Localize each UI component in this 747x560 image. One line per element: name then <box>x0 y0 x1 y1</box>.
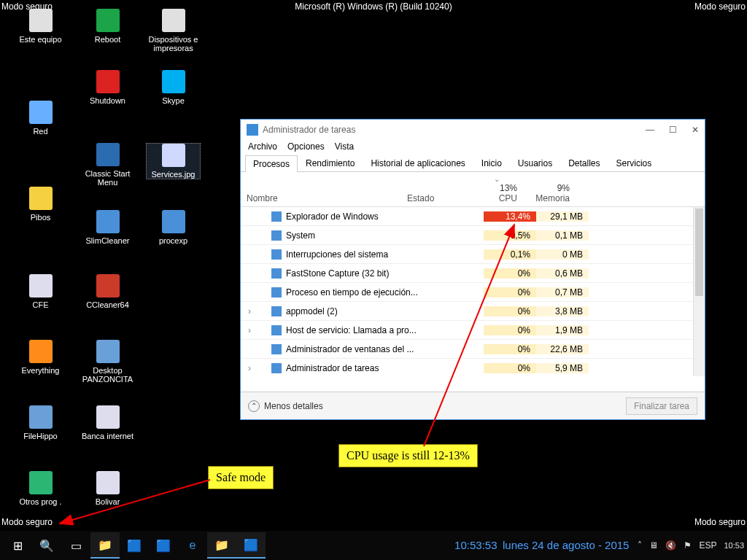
start-button[interactable]: ⊞ <box>3 532 32 559</box>
desktop-icon[interactable]: Desktop PANZONCITA <box>80 340 135 384</box>
app-icon <box>162 9 185 32</box>
process-name: Host de servicio: Llamada a pro... <box>286 325 417 335</box>
process-icon <box>271 249 282 260</box>
process-icon <box>271 211 282 222</box>
mem-cell: 29,1 MB <box>536 211 589 222</box>
icon-label: procexp <box>146 236 201 245</box>
process-row[interactable]: ›Host de servicio: Llamada a pro...0%1,9… <box>241 321 705 340</box>
desktop-icon[interactable]: Skype <box>146 70 201 105</box>
tray-chevron-icon[interactable]: ˄ <box>638 540 642 551</box>
menu-item[interactable]: Archivo <box>248 141 277 152</box>
process-icon <box>271 306 282 316</box>
clock-big: 10:53:53 lunes 24 de agosto - 2015 <box>454 539 629 552</box>
scrollbar[interactable] <box>693 207 705 376</box>
task-manager-window[interactable]: Administrador de tareas — ☐ ✕ ArchivoOpc… <box>240 119 705 420</box>
process-list[interactable]: Explorador de Windows13,4%29,1 MBSystem0… <box>241 207 705 376</box>
expand-icon[interactable]: › <box>245 363 254 373</box>
titlebar[interactable]: Administrador de tareas — ☐ ✕ <box>241 120 705 140</box>
mem-cell: 0,6 MB <box>536 268 589 279</box>
desktop-icon[interactable]: Shutdown <box>80 70 135 105</box>
icon-label: SlimCleaner <box>80 236 135 245</box>
taskbar-edge[interactable]: e <box>178 532 207 559</box>
process-row[interactable]: Explorador de Windows13,4%29,1 MB <box>241 207 705 226</box>
process-name: Administrador de tareas <box>286 363 379 373</box>
desktop-icon[interactable]: Bolivar <box>80 471 135 506</box>
icon-label: Otros prog . <box>13 497 68 506</box>
minimize-button[interactable]: — <box>646 125 654 135</box>
tab[interactable]: Historial de aplicaciones <box>363 155 473 171</box>
app-icon <box>162 210 185 233</box>
app-icon <box>96 143 120 166</box>
mem-cell: 5,9 MB <box>536 363 589 373</box>
taskbar[interactable]: ⊞ 🔍 ▭ 📁 🟦 🟦 e 📁 🟦 10:53:53 lunes 24 de a… <box>0 531 747 560</box>
taskbar-folder-window[interactable]: 📁 <box>207 532 236 559</box>
desktop-icon[interactable]: Este equipo <box>13 9 68 44</box>
expand-icon[interactable]: › <box>245 325 254 335</box>
scroll-thumb[interactable] <box>695 209 703 296</box>
taskbar-app-1[interactable]: 🟦 <box>120 532 149 559</box>
desktop-icon[interactable]: procexp <box>146 210 201 245</box>
tab[interactable]: Inicio <box>473 155 510 171</box>
annotation-cpu: CPU usage is still 12-13% <box>338 444 478 467</box>
desktop-icon[interactable]: FileHippo <box>13 405 68 440</box>
process-row[interactable]: ›Administrador de tareas0%5,9 MB <box>241 359 705 376</box>
desktop-icon[interactable]: Banca internet <box>80 405 135 440</box>
app-icon <box>96 340 120 363</box>
desktop-icon[interactable]: CCleaner64 <box>80 274 135 309</box>
expand-icon[interactable]: › <box>245 306 254 316</box>
process-row[interactable]: Proceso en tiempo de ejecución...0%0,7 M… <box>241 283 705 302</box>
icon-label: Banca internet <box>80 432 135 440</box>
icon-label: Red <box>13 127 68 136</box>
icon-label: Este equipo <box>13 35 68 44</box>
process-row[interactable]: Interrupciones del sistema0,1%0 MB <box>241 245 705 264</box>
menu-item[interactable]: Vista <box>335 141 354 152</box>
tray-lang[interactable]: ESP <box>699 540 716 551</box>
desktop-icon[interactable]: Reboot <box>80 9 135 44</box>
desktop-icon[interactable]: Dispositivos e impresoras <box>146 9 201 52</box>
end-task-button[interactable]: Finalizar tarea <box>626 397 697 415</box>
process-row[interactable]: FastStone Capture (32 bit)0%0,6 MB <box>241 264 705 283</box>
cpu-cell: 0% <box>484 363 536 373</box>
tray-display-icon[interactable]: 🖥 <box>649 540 658 551</box>
footer: ⌃ Menos detalles Finalizar tarea <box>241 392 705 419</box>
cpu-cell: 0% <box>484 344 536 354</box>
taskbar-taskmgr[interactable]: 🟦 <box>236 532 266 559</box>
tab[interactable]: Servicios <box>608 155 660 171</box>
maximize-button[interactable]: ☐ <box>669 125 677 135</box>
process-row[interactable]: System0,5%0,1 MB <box>241 226 705 245</box>
desktop-icon[interactable]: Classic Start Menu <box>80 143 135 187</box>
col-mem[interactable]: 9% Memoria <box>523 170 576 206</box>
tab[interactable]: Rendimiento <box>298 155 363 171</box>
taskbar-app-2[interactable]: 🟦 <box>149 532 178 559</box>
chevron-up-icon: ⌃ <box>248 400 260 412</box>
menu-item[interactable]: Opciones <box>287 141 325 152</box>
col-state[interactable]: Estado <box>401 190 471 206</box>
app-icon <box>29 187 53 210</box>
desktop-icon[interactable]: Otros prog . <box>13 471 68 506</box>
col-name[interactable]: Nombre <box>241 190 401 206</box>
process-row[interactable]: ›appmodel (2)0%3,8 MB <box>241 302 705 321</box>
tray-flag-icon[interactable]: ⚑ <box>684 540 692 551</box>
icon-label: Services.jpg <box>147 170 200 179</box>
task-view-button[interactable]: ▭ <box>61 532 90 559</box>
process-name: Explorador de Windows <box>286 211 379 222</box>
tray-volume-icon[interactable]: 🔇 <box>665 540 676 551</box>
tab[interactable]: Usuarios <box>510 155 560 171</box>
desktop-icon[interactable]: SlimCleaner <box>80 210 135 245</box>
taskmgr-icon <box>247 124 258 136</box>
desktop-icon[interactable]: Red <box>13 101 68 136</box>
process-row[interactable]: Administrador de ventanas del ...0%22,6 … <box>241 340 705 359</box>
tab[interactable]: Detalles <box>560 155 608 171</box>
tray-clock[interactable]: 10:53 <box>724 541 744 550</box>
search-button[interactable]: 🔍 <box>32 532 61 559</box>
desktop-icon[interactable]: CFE <box>13 274 68 309</box>
desktop-icon[interactable]: Everything <box>13 340 68 375</box>
desktop-icon[interactable]: Services.jpg <box>146 143 201 179</box>
tab[interactable]: Procesos <box>245 155 298 172</box>
col-cpu[interactable]: ⌄ 13% CPU <box>471 172 523 206</box>
desktop-icon[interactable]: Pibos <box>13 187 68 222</box>
taskbar-explorer[interactable]: 📁 <box>90 532 120 559</box>
fewer-details-button[interactable]: ⌃ Menos detalles <box>248 400 323 412</box>
close-button[interactable]: ✕ <box>692 125 699 135</box>
mem-cell: 0 MB <box>536 249 589 260</box>
